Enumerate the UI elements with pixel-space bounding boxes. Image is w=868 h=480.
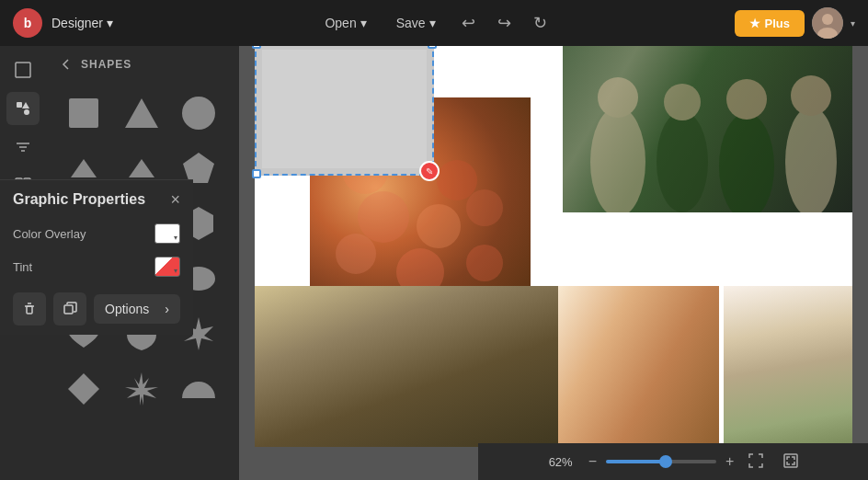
svg-point-50: [791, 75, 831, 116]
svg-point-40: [336, 234, 376, 274]
tint-label: Tint: [13, 260, 32, 274]
svg-point-48: [726, 79, 767, 120]
shape-diamond[interactable]: [59, 364, 108, 414]
svg-marker-29: [68, 373, 99, 405]
zoom-percentage: 62%: [542, 455, 579, 469]
resize-handle-tl[interactable]: [252, 46, 261, 49]
svg-point-39: [466, 189, 503, 226]
shape-triangle[interactable]: [117, 88, 166, 138]
avatar[interactable]: [812, 7, 843, 39]
tint-swatch[interactable]: ▾: [154, 257, 180, 277]
avatar-chevron[interactable]: ▾: [851, 18, 855, 29]
svg-rect-4: [17, 102, 22, 108]
svg-point-6: [24, 109, 29, 115]
edit-icon[interactable]: ✎: [419, 161, 440, 181]
header-right: ★ Plus ▾: [735, 7, 855, 39]
shape-square[interactable]: [59, 88, 108, 138]
svg-point-45: [657, 111, 708, 212]
photo-centerpiece[interactable]: [558, 286, 719, 447]
svg-point-43: [590, 107, 645, 212]
open-button[interactable]: Open ▾: [314, 10, 377, 36]
svg-marker-17: [125, 98, 158, 128]
duplicate-button[interactable]: [53, 292, 86, 326]
svg-rect-51: [784, 454, 797, 467]
svg-point-18: [182, 97, 215, 130]
shapes-header: SHAPES: [46, 46, 239, 83]
save-button[interactable]: Save ▾: [385, 10, 447, 36]
photo-table[interactable]: [255, 286, 558, 447]
sidebar-item-filters[interactable]: [6, 131, 40, 164]
plus-button[interactable]: ★ Plus: [735, 10, 805, 37]
graphic-properties-title: Graphic Properties: [13, 191, 145, 208]
svg-point-37: [358, 191, 409, 243]
shape-circle[interactable]: [174, 88, 223, 138]
selected-shape[interactable]: ✎: [255, 46, 434, 176]
tint-row: Tint ▾: [0, 250, 193, 283]
graphic-properties-close-button[interactable]: ×: [170, 191, 180, 208]
sidebar-item-shapes[interactable]: [6, 92, 40, 125]
zoom-out-button[interactable]: −: [588, 453, 597, 470]
options-button[interactable]: Options ›: [94, 294, 180, 324]
app-logo: b: [13, 8, 42, 38]
color-overlay-label: Color Overlay: [13, 227, 86, 241]
graphic-properties-panel: Graphic Properties × Color Overlay ▾ Tin…: [0, 179, 193, 335]
shapes-panel-title: SHAPES: [81, 58, 131, 71]
svg-rect-16: [69, 98, 98, 128]
photo-bridesmaids[interactable]: [563, 46, 852, 212]
svg-rect-31: [27, 306, 32, 314]
svg-marker-5: [22, 102, 29, 109]
shape-half-circle[interactable]: [174, 364, 223, 414]
svg-point-42: [466, 245, 503, 281]
header: b Designer ▾ Open ▾ Save ▾ ↩ ↪ ↻ ★ Plus: [0, 0, 868, 46]
delete-button[interactable]: [13, 292, 46, 326]
options-row: Options ›: [0, 283, 193, 335]
svg-point-38: [417, 204, 461, 248]
fit-screen-button[interactable]: [743, 450, 769, 474]
svg-point-49: [785, 107, 837, 212]
zoom-slider[interactable]: [606, 460, 716, 463]
header-center: Open ▾ Save ▾ ↩ ↪ ↻: [314, 9, 554, 37]
undo-button[interactable]: ↩: [454, 9, 483, 37]
resize-handle-bl[interactable]: [252, 169, 261, 178]
svg-marker-30: [125, 372, 158, 406]
svg-rect-33: [64, 305, 73, 314]
svg-point-46: [664, 84, 701, 120]
back-icon[interactable]: [59, 57, 74, 72]
zoom-in-button[interactable]: +: [725, 453, 734, 470]
canvas-area: ✎ 62% − +: [239, 46, 868, 480]
photo-arch[interactable]: [724, 286, 852, 447]
svg-marker-20: [129, 159, 154, 177]
redo-button[interactable]: ↪: [490, 9, 519, 37]
graphic-properties-header: Graphic Properties ×: [0, 180, 193, 217]
shape-star-burst[interactable]: [117, 364, 166, 414]
color-overlay-row: Color Overlay ▾: [0, 217, 193, 250]
app-name-button[interactable]: Designer ▾: [51, 16, 113, 30]
svg-marker-19: [71, 159, 97, 177]
sidebar-item-canvas[interactable]: [6, 53, 40, 86]
color-overlay-swatch[interactable]: ▾: [154, 223, 180, 244]
zoom-bar: 62% − +: [478, 443, 868, 480]
svg-point-1: [822, 14, 833, 25]
refresh-button[interactable]: ↻: [526, 9, 554, 37]
svg-rect-3: [16, 63, 30, 77]
canvas-board[interactable]: ✎: [255, 46, 852, 447]
svg-point-47: [719, 113, 774, 212]
svg-point-44: [598, 77, 638, 118]
fullscreen-button[interactable]: [778, 450, 804, 474]
canvas-content: ✎: [239, 46, 868, 443]
svg-point-36: [437, 160, 477, 200]
resize-handle-tr[interactable]: [428, 46, 437, 49]
